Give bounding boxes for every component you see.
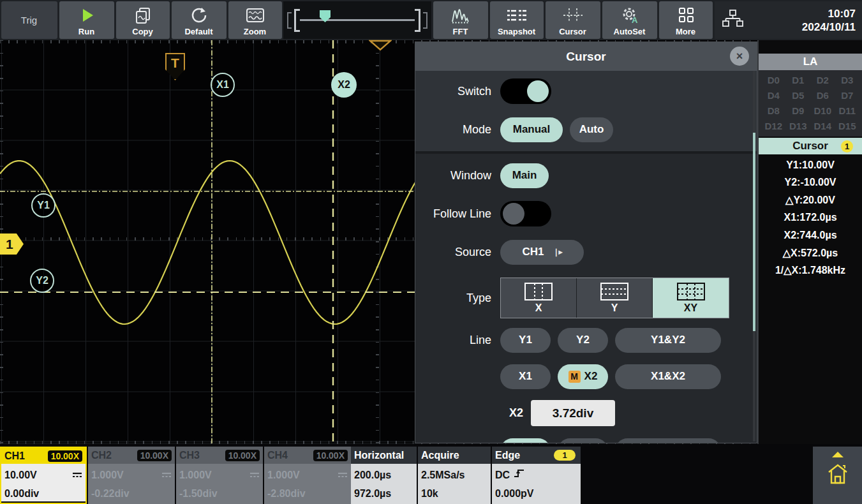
mode-manual-button[interactable]: Manual (500, 117, 563, 142)
cursor-handle-x2[interactable]: X2 (331, 72, 357, 98)
channel-scale: 10.00V (4, 466, 37, 484)
line-y1y2-button[interactable]: Y1&Y2 (615, 328, 721, 353)
close-icon[interactable]: × (730, 47, 749, 66)
network-icon[interactable] (721, 8, 744, 33)
channel-name: CH4 (267, 450, 288, 461)
d-channel[interactable]: D14 (810, 118, 835, 133)
cursor-switch-toggle[interactable] (500, 78, 551, 104)
d-channel[interactable]: D1 (786, 72, 811, 87)
type-x-button[interactable]: X (501, 278, 577, 318)
d-channel[interactable]: D9 (786, 103, 811, 118)
window-main-button[interactable]: Main (500, 163, 549, 188)
dc-coupling-icon (338, 466, 348, 484)
dialog-title: Cursor (566, 50, 606, 64)
dialog-scrollbar-thumb[interactable] (753, 133, 755, 331)
cursor-type-selector: X Y X (500, 278, 729, 318)
cursor-dialog-titlebar[interactable]: Cursor × (415, 42, 757, 71)
fft-button[interactable]: FFT (433, 1, 488, 39)
status-area: 10:07 2024/10/11 (715, 1, 862, 39)
measurement-dy: △Y:20.00V (759, 191, 862, 209)
d-channel[interactable]: D0 (761, 72, 786, 87)
more-icon (677, 3, 695, 27)
cursor-handle-x1[interactable]: X1 (211, 73, 235, 97)
channel-offset: -2.80div (267, 484, 348, 503)
d-channel[interactable]: D13 (786, 118, 811, 133)
run-button[interactable]: Run (59, 1, 114, 39)
measurement-y1: Y1:10.00V (759, 156, 862, 174)
fft-icon (451, 3, 470, 27)
channel-name: CH1 (4, 450, 25, 462)
x-unit-hz-button[interactable]: Hz (558, 438, 608, 444)
channel4-panel[interactable]: CH4 10.00X 1.000V -2.80div (264, 447, 351, 504)
trigger-coupling: DC (495, 466, 510, 484)
trigger-panel[interactable]: Edge 1 DC 0.000pV (492, 447, 581, 504)
horizontal-position-bar[interactable] (283, 1, 431, 39)
x-unit-s-button[interactable] (500, 438, 551, 444)
follow-line-toggle[interactable] (500, 201, 551, 226)
measurement-dx: △X:572.0µs (759, 244, 862, 262)
timebase-value: 200.0µs (354, 466, 413, 484)
cursor-handle-y1[interactable]: Y1 (31, 193, 56, 218)
type-y-button[interactable]: Y (577, 278, 653, 318)
d-channel[interactable]: D12 (761, 118, 786, 133)
channel3-panel[interactable]: CH3 10.00X 1.000V -1.50div (176, 447, 263, 504)
timeline-inner-bracket-left (294, 9, 300, 32)
autoset-button[interactable]: A AutoSet (602, 1, 657, 39)
d-channel[interactable]: D3 (835, 72, 860, 87)
cursor-button[interactable]: Cursor (546, 1, 600, 39)
timeline-outer-bracket-right (423, 12, 427, 29)
d-channel[interactable]: D10 (810, 103, 835, 118)
bottom-status-bar: CH1 10.00X 10.00V 0.00div CH2 10.00X (0, 444, 862, 504)
d-channel[interactable]: D4 (761, 87, 786, 103)
mode-auto-button[interactable]: Auto (570, 117, 613, 142)
dc-coupling-icon (249, 466, 260, 484)
d-channel[interactable]: D6 (810, 87, 835, 103)
line-y1-button[interactable]: Y1 (500, 328, 551, 353)
channel2-panel[interactable]: CH2 10.00X 1.000V -0.22div (88, 447, 175, 504)
mode-row: Mode Manual Auto (415, 117, 757, 142)
channel-name: CH2 (91, 450, 112, 461)
home-icon[interactable] (827, 463, 849, 485)
probe-badge: 10.00X (48, 450, 82, 462)
cursor-results-header[interactable]: Cursor 1 (759, 138, 862, 154)
default-button[interactable]: Default (172, 1, 227, 39)
type-xy-button[interactable]: XY (653, 278, 729, 318)
dialog-scrollbar[interactable] (753, 71, 755, 441)
x-unit-percent-button[interactable]: Percent(%) (615, 438, 721, 444)
d-channel[interactable]: D7 (835, 87, 860, 103)
line-x1x2-button[interactable]: X1&X2 (615, 364, 721, 389)
channel-offset: -1.50div (179, 484, 260, 503)
d-channel[interactable]: D2 (810, 72, 835, 87)
snapshot-button[interactable]: Snapshot (490, 1, 544, 39)
time-text: 10:07 (744, 7, 856, 20)
dialog-section-main: Switch Mode Manual Auto (415, 71, 757, 151)
dc-coupling-icon (161, 466, 172, 484)
x2-value-input[interactable]: 3.72div (531, 400, 615, 426)
la-panel-header[interactable]: LA (759, 54, 862, 70)
memory-depth-value: 10k (421, 484, 487, 503)
zoom-button[interactable]: Zoom (228, 1, 282, 39)
ch1-waveform (0, 161, 419, 324)
more-button[interactable]: More (659, 1, 713, 39)
cursor-measurements: Y1:10.00V Y2:-10.00V △Y:20.00V X1:172.0µ… (759, 154, 862, 279)
horizontal-panel[interactable]: Horizontal 200.0µs 972.0µs (351, 447, 417, 504)
expand-up-icon[interactable] (832, 452, 843, 457)
d-channel[interactable]: D8 (761, 103, 786, 118)
line-x1-button[interactable]: X1 (500, 364, 551, 389)
d-channel[interactable]: D5 (786, 87, 811, 103)
toggle-knob (527, 80, 549, 102)
d-channel[interactable]: D15 (835, 118, 860, 133)
copy-button[interactable]: Copy (116, 1, 170, 39)
d-channel[interactable]: D11 (835, 103, 860, 118)
line-y2-button[interactable]: Y2 (558, 328, 608, 353)
trig-button[interactable]: Trig (1, 1, 57, 39)
line-row-x: X1 M X2 X1&X2 (415, 364, 757, 389)
acquire-panel[interactable]: Acquire 2.5MSa/s 10k (418, 447, 491, 504)
type-xy-icon (676, 282, 706, 301)
trigger-position-triangle[interactable] (369, 40, 392, 54)
source-select[interactable]: CH1 ❘▸ (500, 240, 584, 265)
cursor-handle-y2[interactable]: Y2 (30, 269, 54, 293)
line-x2-button[interactable]: M X2 (558, 364, 608, 389)
dc-coupling-icon (72, 466, 82, 484)
channel1-panel[interactable]: CH1 10.00X 10.00V 0.00div (0, 447, 87, 504)
